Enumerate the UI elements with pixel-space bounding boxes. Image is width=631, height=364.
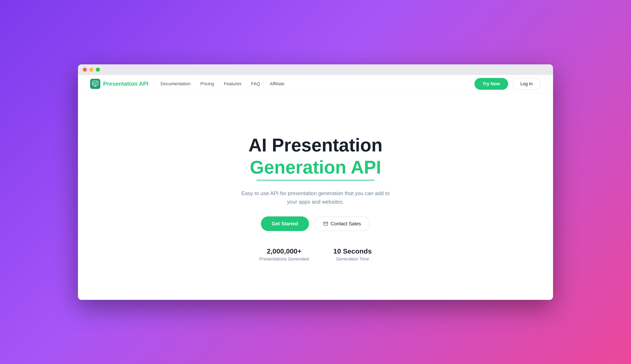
- logo-area: Presentation API: [90, 79, 148, 89]
- try-now-button[interactable]: Try Now: [474, 78, 508, 90]
- logo-icon: [90, 79, 100, 89]
- logo-text-main: Presentation: [103, 80, 139, 87]
- nav-link-documentation[interactable]: Documentation: [160, 81, 191, 86]
- traffic-light-close[interactable]: [83, 68, 87, 72]
- nav-link-affiliate[interactable]: Affiliate: [270, 81, 284, 86]
- stat-generation-time: 10 Seconds Generation Time: [333, 247, 372, 262]
- navbar: Presentation API Documentation Pricing F…: [78, 75, 553, 93]
- stat-presentations-generated: 2,000,000+ Presentations Generated: [259, 247, 309, 262]
- contact-sales-label: Contact Sales: [330, 221, 361, 226]
- login-button[interactable]: Log In: [512, 78, 541, 90]
- nav-links: Documentation Pricing Features FAQ Affil…: [160, 81, 474, 86]
- stat-label-presentations: Presentations Generated: [259, 256, 309, 262]
- stat-label-time: Generation Time: [333, 256, 372, 262]
- hero-subtitle: Easy to use API for presentation generat…: [236, 189, 395, 206]
- nav-link-pricing[interactable]: Pricing: [200, 81, 214, 86]
- nav-link-faq[interactable]: FAQ: [251, 81, 260, 86]
- stat-value-time: 10 Seconds: [333, 247, 372, 255]
- browser-titlebar: [78, 64, 553, 75]
- nav-actions: Try Now Log In: [474, 78, 541, 90]
- stats-section: 2,000,000+ Presentations Generated 10 Se…: [259, 247, 372, 262]
- contact-sales-button[interactable]: Contact Sales: [314, 216, 370, 231]
- browser-window: Presentation API Documentation Pricing F…: [78, 64, 553, 300]
- hero-section: AI Presentation Generation API Easy to u…: [78, 93, 553, 300]
- browser-content: Presentation API Documentation Pricing F…: [78, 75, 553, 300]
- logo-text: Presentation API: [103, 80, 148, 87]
- mail-icon: [323, 221, 328, 226]
- stat-value-presentations: 2,000,000+: [259, 247, 309, 255]
- hero-title: AI Presentation Generation API: [248, 135, 382, 179]
- hero-title-line1: AI Presentation: [248, 135, 382, 155]
- traffic-light-minimize[interactable]: [89, 68, 94, 72]
- hero-buttons: Get Started Contact Sales: [261, 216, 370, 231]
- nav-link-features[interactable]: Features: [224, 81, 242, 86]
- get-started-button[interactable]: Get Started: [261, 216, 309, 231]
- logo-text-accent: API: [139, 80, 148, 87]
- hero-title-line2: Generation API: [250, 157, 381, 178]
- traffic-light-maximize[interactable]: [96, 68, 100, 72]
